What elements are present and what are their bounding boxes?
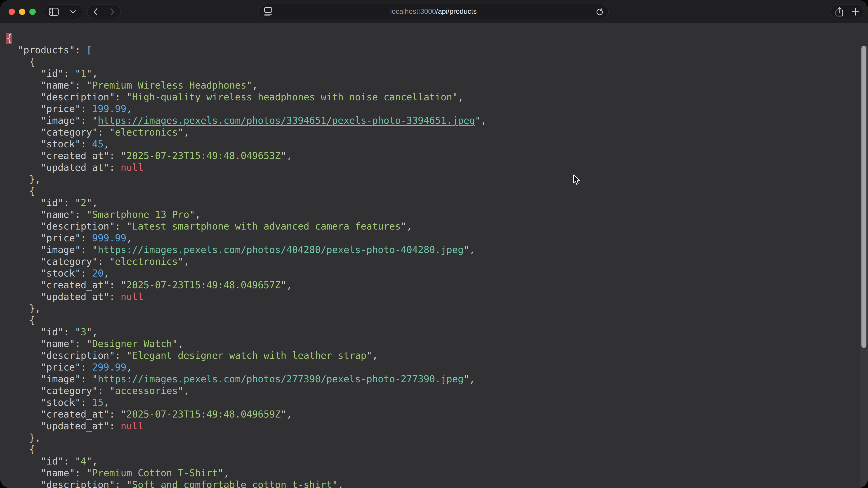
chevron-left-icon <box>93 8 98 15</box>
minimize-window-button[interactable] <box>19 8 25 15</box>
url-path: /api/products <box>436 7 477 15</box>
close-window-button[interactable] <box>8 8 15 15</box>
page-format-button[interactable] <box>264 4 273 19</box>
toolbar-right-button-group <box>831 4 864 19</box>
new-tab-button[interactable] <box>847 4 864 19</box>
back-button[interactable] <box>88 4 104 19</box>
share-icon <box>835 7 844 17</box>
window-controls <box>8 8 36 15</box>
chevron-down-icon <box>70 10 76 13</box>
url-host: localhost:3000 <box>390 7 436 15</box>
scrollbar-track[interactable] <box>860 46 868 488</box>
browser-toolbar: localhost:3000/api/products <box>0 0 868 23</box>
tab-group-dropdown-button[interactable] <box>64 4 83 19</box>
sidebar-button-group <box>43 4 83 19</box>
scrollbar-thumb[interactable] <box>862 46 866 348</box>
highlighted-brace: { <box>6 33 12 44</box>
share-button[interactable] <box>831 4 847 19</box>
reload-icon <box>595 7 604 16</box>
navigation-button-group <box>87 4 121 19</box>
reload-button[interactable] <box>595 4 604 19</box>
page-format-icon <box>264 7 273 16</box>
json-url-link[interactable]: https://images.pexels.com/photos/3394651… <box>98 115 475 126</box>
browser-window: localhost:3000/api/products <box>0 0 868 488</box>
chevron-right-icon <box>110 8 115 15</box>
json-url-link[interactable]: https://images.pexels.com/photos/277390/… <box>98 373 464 385</box>
address-bar[interactable]: localhost:3000/api/products <box>258 4 609 19</box>
page-content: { "products": [ { "id": "1", "name": "Pr… <box>0 23 868 488</box>
json-url-link[interactable]: https://images.pexels.com/photos/404280/… <box>98 244 464 255</box>
plus-icon <box>851 8 860 16</box>
url-display: localhost:3000/api/products <box>258 7 608 15</box>
sidebar-icon <box>49 8 59 16</box>
zoom-window-button[interactable] <box>29 8 36 15</box>
json-content: { "products": [ { "id": "1", "name": "Pr… <box>0 23 868 488</box>
forward-button[interactable] <box>104 4 121 19</box>
mouse-cursor <box>572 174 583 185</box>
sidebar-toggle-button[interactable] <box>44 4 64 19</box>
